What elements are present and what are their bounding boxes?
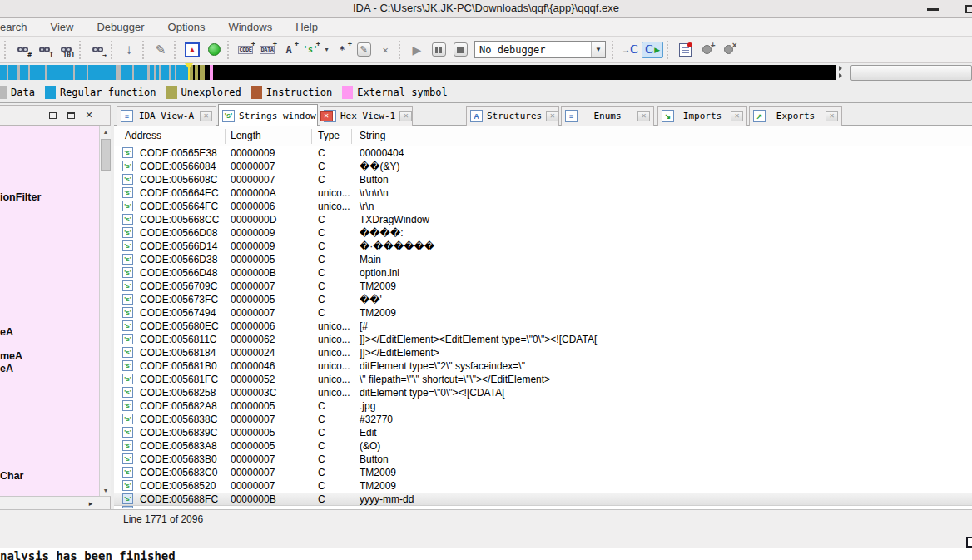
create-code-button[interactable]: CODE +: [236, 40, 255, 60]
stop-process-button[interactable]: [450, 40, 470, 60]
string-item-icon: 's': [122, 347, 133, 358]
tab-close-button[interactable]: ✕: [546, 111, 558, 121]
table-row[interactable]: 's'CODE:005688FC0000000BCyyyy-mm-dd: [114, 493, 972, 506]
column-header-type[interactable]: Type: [318, 130, 340, 141]
tab-close-button[interactable]: ✕: [399, 111, 412, 121]
table-row[interactable]: 's'CODE:0056749400000007CTM2009: [114, 306, 972, 320]
scroll-up-button[interactable]: ▲: [100, 126, 112, 137]
menu-item-view[interactable]: View: [51, 19, 74, 35]
left-panel-vscrollbar[interactable]: ▲ ▼: [99, 126, 111, 496]
attach-to-process-button[interactable]: →C: [620, 40, 640, 60]
left-panel-hscrollbar[interactable]: ▸: [0, 496, 111, 509]
breakpoint-list-button[interactable]: [675, 40, 695, 60]
tab-hex-view-1[interactable]: ○Hex View-1✕: [320, 106, 413, 126]
menu-item-options[interactable]: Options: [168, 19, 206, 35]
panel-close-button[interactable]: ✕: [83, 110, 95, 121]
tab-strings-window[interactable]: 's'Strings window✕: [218, 104, 318, 126]
table-row[interactable]: 's'CODE:005683B000000007CButton: [114, 453, 972, 466]
table-row[interactable]: 's'CODE:005682A800000005C.jpg: [114, 399, 972, 413]
table-row[interactable]: 's'CODE:005683A800000005C(&O): [114, 439, 972, 453]
table-row[interactable]: 's'CODE:00565E3800000009C00000404: [114, 146, 972, 160]
debugger-select[interactable]: No debugger ▼: [474, 41, 606, 58]
delete-breakpoint-button[interactable]: ×: [718, 40, 738, 60]
tab-close-button[interactable]: ✕: [320, 111, 333, 121]
table-row[interactable]: 's'CODE:005680EC00000006unico...[#: [114, 320, 972, 333]
menu-item-help[interactable]: Help: [295, 19, 318, 35]
pause-process-button[interactable]: [429, 40, 449, 60]
restore-button[interactable]: [957, 2, 972, 17]
table-row[interactable]: 's'CODE:00566D0800000009C����:: [114, 226, 972, 240]
column-header-address[interactable]: Address: [125, 130, 161, 141]
menu-item-debugger[interactable]: Debugger: [97, 19, 144, 35]
table-row[interactable]: 's'CODE:005664EC0000000Aunico...\r\n\r\n: [114, 186, 972, 200]
scroll-right-button[interactable]: ▸: [85, 498, 97, 508]
table-row[interactable]: 's'CODE:0056608400000007C��(&Y): [114, 160, 972, 173]
tab-enums[interactable]: ≡Enums✕: [561, 106, 654, 126]
jump-text-button[interactable]: T: [34, 40, 54, 60]
tab-close-button[interactable]: ✕: [731, 111, 743, 121]
column-separator[interactable]: [351, 129, 352, 144]
table-row[interactable]: 's'CODE:0056852000000007CTM2009: [114, 479, 972, 493]
table-row[interactable]: 's'CODE:0056608C00000007CButton: [114, 173, 972, 186]
edit-button[interactable]: ✎: [354, 40, 374, 60]
show-problems-button[interactable]: ▲: [182, 40, 202, 60]
jump-immediate-button[interactable]: #: [12, 40, 32, 60]
analysis-indicator-button[interactable]: [204, 40, 224, 60]
start-process-button[interactable]: ▶: [407, 40, 427, 60]
column-separator[interactable]: [311, 129, 312, 144]
tab-ida-view-a[interactable]: ≡IDA View-A✕: [117, 106, 216, 126]
menu-item-earch[interactable]: earch: [0, 19, 27, 35]
combo-dropdown-button[interactable]: ▼: [591, 42, 605, 57]
create-struct-button[interactable]: * +: [332, 40, 352, 60]
table-row[interactable]: 's'CODE:005673FC00000005C��': [114, 293, 972, 306]
table-row[interactable]: 's'CODE:005682580000003Cunico...ditEleme…: [114, 386, 972, 399]
tab-structures[interactable]: AStructures✕: [466, 106, 559, 126]
scrollbar-thumb[interactable]: [101, 139, 111, 171]
table-row[interactable]: 's'CODE:0056818400000024unico...]]></Edi…: [114, 346, 972, 359]
string-type-dropdown[interactable]: ▾: [322, 40, 330, 60]
table-row[interactable]: 's'CODE:005681FC00000052unico...\" filep…: [114, 373, 972, 386]
add-breakpoint-button[interactable]: +: [697, 40, 717, 60]
create-string-button[interactable]: 's' +: [300, 40, 320, 60]
column-header-string[interactable]: String: [360, 130, 385, 141]
table-row[interactable]: 's'CODE:0056811C00000062unico...]]></Edi…: [114, 333, 972, 346]
disassembly-label: eA: [0, 326, 13, 338]
table-row[interactable]: 's'CODE:0056838C00000007C#32770: [114, 413, 972, 426]
tab-close-button[interactable]: ✕: [826, 111, 838, 121]
table-row[interactable]: 's'CODE:00566D480000000BCoption.ini: [114, 266, 972, 280]
cell-address: CODE:005664EC: [140, 187, 219, 199]
table-row[interactable]: 's'CODE:005683C000000007CTM2009: [114, 466, 972, 479]
signature-button[interactable]: ✎: [151, 40, 171, 60]
scroll-down-button[interactable]: ▼: [100, 484, 112, 496]
tab-imports[interactable]: ↘Imports✕: [657, 106, 747, 126]
search-next-button[interactable]: →: [87, 40, 107, 60]
table-row[interactable]: 's'CODE:005681B000000046unico...ditEleme…: [114, 359, 972, 373]
cell-length: 00000062: [231, 334, 275, 345]
column-separator[interactable]: [225, 129, 226, 144]
table-row[interactable]: 's'CODE:0056839C00000005CEdit: [114, 426, 972, 439]
tab-exports[interactable]: ↗Exports✕: [749, 106, 842, 126]
column-header-length[interactable]: Length: [231, 130, 261, 141]
create-name-button[interactable]: A +: [279, 40, 299, 60]
undefine-button[interactable]: ✕: [375, 40, 395, 60]
navband-scroll-arrows[interactable]: [839, 66, 842, 78]
table-row[interactable]: 's'CODE:005664FC00000006unico...\r\n: [114, 200, 972, 213]
table-row[interactable]: 's'CODE:00566D3800000005CMain: [114, 253, 972, 266]
navigation-band[interactable]: [0, 65, 836, 80]
ida-view-panel[interactable]: ionFiltereAmeAeAChar: [0, 126, 99, 496]
menu-item-windows[interactable]: Windows: [228, 19, 272, 35]
jump-down-button[interactable]: ↓: [119, 40, 139, 60]
navigation-band-row: [0, 63, 972, 82]
tab-close-button[interactable]: ✕: [637, 111, 650, 121]
jump-binary-button[interactable]: 101: [56, 40, 76, 60]
panel-maximize-button[interactable]: [47, 110, 58, 121]
table-row[interactable]: 's'CODE:0056709C00000007CTM2009: [114, 280, 972, 293]
table-row[interactable]: 's'CODE:005668CC0000000DCTXDragWindow: [114, 213, 972, 226]
table-row[interactable]: 's'CODE:00566D1400000009C�·������: [114, 240, 972, 253]
panel-float-button[interactable]: [65, 110, 77, 121]
minimize-button[interactable]: [920, 2, 945, 17]
cell-address: CODE:0056811C: [140, 334, 217, 345]
quick-debug-button[interactable]: C▶: [642, 40, 663, 60]
tab-close-button[interactable]: ✕: [200, 111, 212, 121]
create-data-button[interactable]: DATA +: [257, 40, 277, 60]
